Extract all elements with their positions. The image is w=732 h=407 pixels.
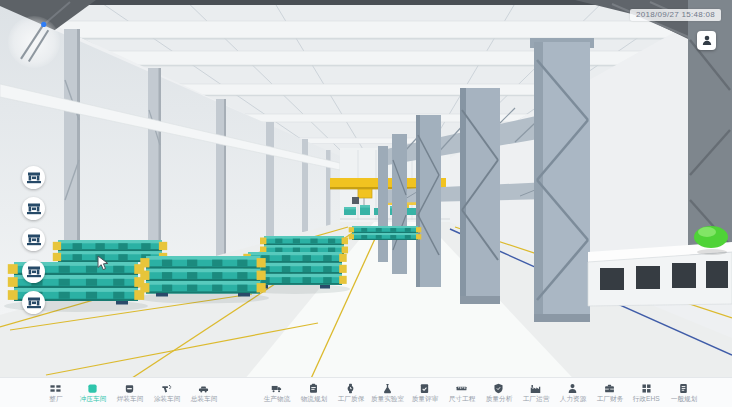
tab-whole-plant[interactable]: 整厂 [37, 378, 74, 407]
ruler-icon [456, 383, 467, 394]
tab-label: 总装车间 [190, 395, 217, 403]
user-button[interactable] [697, 31, 716, 50]
tab-quality-analysis[interactable]: 质量分析 [480, 378, 517, 407]
welding-shop-icon [124, 383, 135, 394]
tab-label: 质量分析 [485, 395, 512, 403]
tab-general-planning[interactable]: 一般规划 [665, 378, 702, 407]
press-machine-icon [27, 203, 41, 215]
plant-overview-icon [50, 383, 61, 394]
tab-label: 涂装车间 [153, 395, 180, 403]
tab-production-logistics[interactable]: 生产物流 [258, 378, 295, 407]
tab-label: 人力资源 [559, 395, 586, 403]
tab-factory-qa[interactable]: 工厂质保 [332, 378, 369, 407]
tab-paint-shop[interactable]: 涂装车间 [148, 378, 185, 407]
tab-quality-lab[interactable]: 质量实验室 [369, 378, 406, 407]
tab-label: 质量评审 [411, 395, 438, 403]
bottom-toolbar: 整厂 冲压车间 焊装车间 涂装车间 [0, 377, 732, 407]
tab-label: 质量实验室 [371, 395, 404, 403]
tab-label: 工厂财务 [596, 395, 623, 403]
clipboard-icon [308, 383, 319, 394]
tab-dimension-engineering[interactable]: 尺寸工程 [443, 378, 480, 407]
assembly-shop-icon [198, 383, 209, 394]
tab-logistics-planning[interactable]: 物流规划 [295, 378, 332, 407]
press-line-button-5[interactable] [22, 291, 45, 314]
document-icon [678, 383, 689, 394]
watch-icon [345, 383, 356, 394]
tab-label: 物流规划 [300, 395, 327, 403]
shop-tabs: 整厂 冲压车间 焊装车间 涂装车间 [37, 378, 222, 407]
flask-icon [382, 383, 393, 394]
tab-label: 工厂质保 [337, 395, 364, 403]
clock-timestamp: 2018/09/27 15:48:08 [630, 9, 721, 21]
grid-icon [641, 383, 652, 394]
shield-icon [493, 383, 504, 394]
tab-label: 一般规划 [670, 395, 697, 403]
press-machine-icon [27, 172, 41, 184]
tab-label: 冲压车间 [79, 395, 106, 403]
truck-icon [271, 383, 282, 394]
tab-hr[interactable]: 人力资源 [554, 378, 591, 407]
tab-factory-operations[interactable]: 工厂运营 [517, 378, 554, 407]
paint-shop-icon [161, 383, 172, 394]
scene-3d-viewport[interactable] [0, 0, 732, 407]
press-line-button-4[interactable] [22, 260, 45, 283]
factory-icon [530, 383, 541, 394]
tab-admin-ehs[interactable]: 行政EHS [628, 378, 665, 407]
tab-label: 生产物流 [263, 395, 290, 403]
document-check-icon [419, 383, 430, 394]
press-machine-icon [27, 297, 41, 309]
app-window: 2018/09/27 15:48:08 [0, 0, 732, 407]
tab-welding-shop[interactable]: 焊装车间 [111, 378, 148, 407]
status-marker-green[interactable] [694, 226, 728, 255]
press-machine-icon [27, 266, 41, 278]
press-machine-icon [27, 234, 41, 246]
user-icon [701, 32, 713, 50]
tab-label: 行政EHS [633, 395, 660, 403]
press-line-button-1[interactable] [22, 166, 45, 189]
tab-label: 尺寸工程 [448, 395, 475, 403]
tab-factory-finance[interactable]: 工厂财务 [591, 378, 628, 407]
tab-label: 焊装车间 [116, 395, 143, 403]
tab-label: 工厂运营 [522, 395, 549, 403]
tab-quality-review[interactable]: 质量评审 [406, 378, 443, 407]
press-line-button-2[interactable] [22, 197, 45, 220]
tab-assembly-shop[interactable]: 总装车间 [185, 378, 222, 407]
compass-icon [8, 16, 60, 68]
compass-widget[interactable] [8, 16, 60, 68]
tab-label: 整厂 [49, 395, 62, 403]
person-icon [567, 383, 578, 394]
briefcase-icon [604, 383, 615, 394]
press-line-button-3[interactable] [22, 228, 45, 251]
tab-stamping-shop[interactable]: 冲压车间 [74, 378, 111, 407]
stamping-shop-icon [87, 383, 98, 394]
function-tabs: 生产物流 物流规划 工厂质保 质量实验室 [258, 378, 702, 407]
